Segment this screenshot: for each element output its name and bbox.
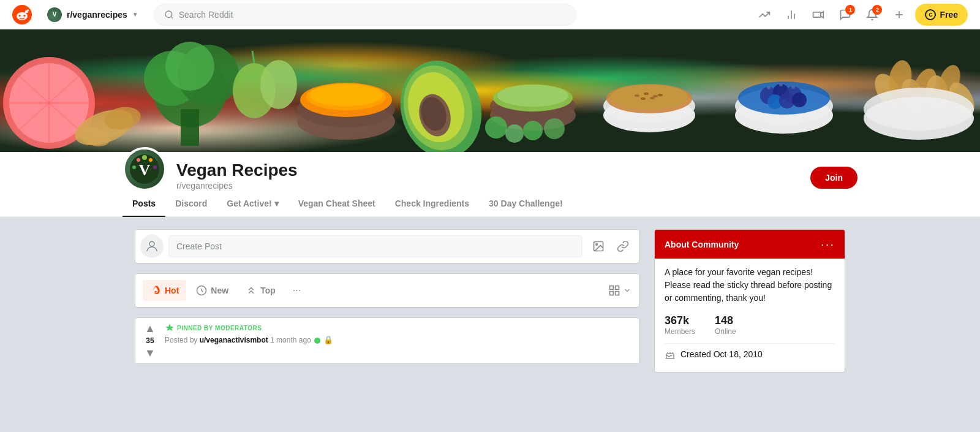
search-placeholder: Search Reddit [179, 10, 233, 20]
post-author[interactable]: u/veganactivismbot [200, 336, 268, 344]
create-post-input[interactable]: Create Post [168, 235, 582, 257]
svg-point-49 [523, 121, 543, 140]
svg-point-72 [791, 85, 795, 89]
navbar-right: 1 2 C Free [753, 4, 968, 26]
tab-get-active[interactable]: Get Active! ▾ [217, 191, 288, 217]
free-button[interactable]: C Free [915, 4, 968, 26]
search-bar[interactable]: Search Reddit [154, 4, 576, 26]
svg-point-37 [309, 84, 383, 106]
about-body: A place for your favorite vegan recipes!… [655, 259, 845, 372]
add-icon-btn[interactable] [888, 4, 910, 26]
sort-more-button[interactable]: ··· [285, 280, 308, 301]
bell-icon-btn[interactable]: 2 [861, 4, 883, 26]
tab-check-ingredients[interactable]: Check Ingredients [385, 191, 479, 217]
svg-point-89 [149, 241, 154, 246]
svg-rect-12 [813, 12, 821, 17]
downvote-button[interactable]: ▼ [145, 347, 156, 358]
members-stat: 367k Members [665, 314, 695, 336]
add-icon [893, 9, 905, 21]
svg-line-8 [171, 17, 173, 18]
banner-illustration [0, 29, 980, 152]
pinned-badge: PINNED BY MODERATORS [165, 323, 634, 333]
post-time: 1 month ago [270, 336, 313, 344]
about-description: A place for your favorite vegan recipes!… [665, 266, 835, 305]
members-value: 367k [665, 314, 695, 327]
sidebar: About Community ··· A place for your fav… [654, 229, 845, 373]
community-avatar-inner: V [125, 150, 164, 189]
reddit-logo-icon [12, 5, 32, 25]
subreddit-header-inner: V Vegan Recipes r/veganrecipes Join [123, 152, 858, 191]
stats-icon-btn[interactable] [780, 4, 802, 26]
navbar: V r/veganrecipes ▼ Search Reddit [0, 0, 980, 29]
subreddit-selector[interactable]: V r/veganrecipes ▼ [42, 4, 144, 25]
tab-discord[interactable]: Discord [165, 191, 217, 217]
link-button[interactable] [612, 235, 634, 257]
svg-point-31 [260, 60, 297, 109]
svg-point-86 [149, 158, 153, 162]
tab-vegan-cheat-sheet[interactable]: Vegan Cheat Sheet [288, 191, 385, 217]
created-text: Created Oct 18, 2010 [680, 349, 763, 359]
post-content: PINNED BY MODERATORS Posted by u/veganac… [165, 323, 634, 358]
vote-column: ▲ 35 ▼ [140, 323, 160, 358]
svg-point-6 [27, 9, 29, 11]
online-value: 148 [715, 314, 736, 327]
sort-hot-button[interactable]: Hot [143, 280, 186, 301]
svg-point-81 [864, 88, 974, 131]
svg-point-84 [142, 155, 147, 160]
view-toggle-button[interactable] [608, 284, 631, 297]
post-indicator-lock: 🔒 [323, 335, 333, 344]
svg-point-46 [497, 85, 568, 107]
chevron-down-icon: ▼ [132, 11, 138, 18]
svg-point-2 [18, 15, 20, 17]
svg-rect-96 [610, 292, 614, 295]
online-label: Online [715, 327, 736, 336]
post-indicator-green [314, 338, 320, 344]
tab-30-day-challenge[interactable]: 30 Day Challenge! [479, 191, 573, 217]
svg-marker-13 [821, 12, 824, 18]
video-icon-btn[interactable] [807, 4, 829, 26]
subreddit-header: V Vegan Recipes r/veganrecipes Join [0, 152, 980, 191]
banner-gradient [0, 29, 980, 152]
cake-icon [665, 349, 676, 360]
svg-point-60 [658, 94, 663, 96]
reddit-logo-link[interactable] [12, 5, 32, 25]
community-banner [0, 29, 980, 152]
post-author-meta: Posted by [165, 336, 200, 344]
svg-point-87 [132, 165, 136, 169]
stats-row: 367k Members 148 Online [665, 314, 835, 336]
svg-point-88 [153, 165, 157, 169]
image-upload-button[interactable] [587, 235, 609, 257]
user-avatar-icon [145, 239, 159, 254]
pin-icon [165, 323, 175, 333]
community-avatar: V [123, 147, 167, 191]
video-icon [812, 9, 824, 21]
svg-rect-97 [616, 292, 619, 295]
svg-point-70 [767, 86, 771, 89]
post-meta: Posted by u/veganactivismbot 1 month ago… [165, 335, 634, 344]
search-icon [164, 10, 174, 20]
svg-rect-94 [610, 286, 614, 290]
svg-point-85 [137, 158, 140, 162]
about-more-button[interactable]: ··· [821, 237, 835, 251]
post-card: ▲ 35 ▼ PINNED BY MODERATORS Posted by u/… [135, 317, 639, 364]
svg-point-91 [596, 244, 598, 246]
about-title: About Community [665, 240, 739, 249]
community-handle: r/veganrecipes [176, 181, 801, 191]
free-button-label: Free [940, 10, 958, 20]
svg-point-47 [485, 116, 507, 138]
svg-point-92 [155, 291, 157, 293]
main-feed: Create Post [135, 229, 639, 373]
svg-point-28 [165, 42, 214, 91]
upvote-button[interactable]: ▲ [145, 323, 156, 334]
trending-icon-btn[interactable] [753, 4, 775, 26]
free-circle-icon: C [925, 9, 936, 20]
create-post-icons [587, 235, 634, 257]
chat-icon-btn[interactable]: 1 [834, 4, 856, 26]
tab-posts[interactable]: Posts [123, 191, 165, 217]
sort-new-button[interactable]: New [189, 280, 236, 301]
trending-icon [758, 9, 771, 21]
svg-point-48 [505, 124, 524, 143]
join-button[interactable]: Join [810, 167, 858, 189]
svg-point-69 [792, 93, 807, 107]
sort-top-button[interactable]: Top [238, 280, 283, 301]
